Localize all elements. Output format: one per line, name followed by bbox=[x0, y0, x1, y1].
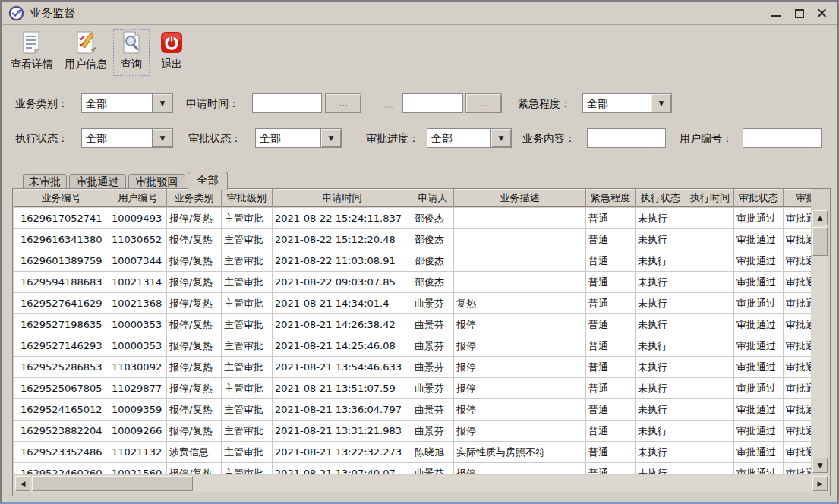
close-button[interactable]: ✕ bbox=[815, 7, 828, 20]
table-cell bbox=[686, 208, 734, 229]
chevron-down-icon[interactable]: ▼ bbox=[651, 94, 671, 112]
tab-all[interactable]: 全部 bbox=[188, 172, 228, 190]
toolbar-button-label: 查询 bbox=[121, 58, 142, 71]
user-id-input[interactable] bbox=[743, 128, 822, 148]
table-cell: 2021-08-22 11:03:08.91 bbox=[273, 250, 412, 272]
table-row[interactable]: 162960138975910007344报停/复热主管审批2021-08-22… bbox=[14, 250, 811, 272]
apply-time-from-input[interactable] bbox=[252, 93, 322, 113]
table-cell: 主管审批 bbox=[222, 378, 273, 399]
table-cell: 曲景芬 bbox=[412, 463, 454, 474]
table-cell bbox=[454, 229, 586, 250]
window-title: 业务监督 bbox=[30, 6, 75, 20]
table-cell: 主管审批 bbox=[222, 442, 273, 463]
business-content-input[interactable] bbox=[587, 128, 666, 148]
approve-status-select[interactable]: 全部 ▼ bbox=[255, 128, 342, 148]
table-cell: 报停 bbox=[454, 463, 586, 474]
minimize-button[interactable] bbox=[770, 7, 783, 20]
column-header-2[interactable]: 用户编号 bbox=[109, 189, 167, 207]
scroll-up-button[interactable]: ▲ bbox=[812, 210, 828, 225]
query-button[interactable]: 查询 bbox=[113, 29, 150, 76]
table-row[interactable]: 162961705274110009493报停/复热主管审批2021-08-22… bbox=[14, 208, 811, 229]
column-header-4[interactable]: 审批级别 bbox=[222, 189, 273, 207]
table-cell bbox=[686, 378, 734, 399]
tab-unapproved[interactable]: 未审批 bbox=[23, 174, 67, 188]
apply-time-to-browse-button[interactable]: … bbox=[465, 93, 502, 113]
column-header-5[interactable]: 申请时间 bbox=[273, 189, 412, 207]
maximize-button[interactable] bbox=[793, 7, 806, 20]
view-details-button[interactable]: 查看详情 bbox=[5, 29, 59, 76]
scroll-down-button[interactable]: ▼ bbox=[812, 458, 828, 473]
apply-time-from-browse-button[interactable]: … bbox=[325, 93, 361, 113]
table-cell: 邵俊杰 bbox=[412, 208, 454, 229]
table-cell: 11030092 bbox=[109, 357, 167, 378]
approve-progress-label: 审批进度： bbox=[366, 132, 419, 146]
table-cell: 主管审批 bbox=[222, 357, 273, 378]
chevron-down-icon[interactable]: ▼ bbox=[490, 129, 511, 147]
column-header-10[interactable]: 执行时间 bbox=[686, 189, 734, 207]
table-row[interactable]: 162952719863510000353报停/复热主管审批2021-08-21… bbox=[14, 314, 811, 335]
titlebar: 业务监督 ✕ bbox=[2, 2, 837, 25]
vertical-scrollbar[interactable]: ▲ ▼ bbox=[812, 209, 828, 474]
table-cell: 普通 bbox=[586, 378, 636, 399]
table-row[interactable]: 162952714629310000353报停/复热主管审批2021-08-21… bbox=[14, 335, 811, 357]
table-cell: 1629617052741 bbox=[14, 208, 109, 229]
table-cell: 普通 bbox=[586, 272, 636, 293]
scroll-left-button[interactable]: ◀ bbox=[15, 476, 30, 491]
column-header-9[interactable]: 执行状态 bbox=[636, 189, 686, 207]
exec-status-select[interactable]: 全部 ▼ bbox=[81, 128, 173, 148]
table-cell: 2021-08-21 13:51:07.59 bbox=[273, 378, 412, 399]
selected-value: 全部 bbox=[82, 94, 152, 112]
table-cell: 审批通过 bbox=[784, 421, 811, 442]
column-header-7[interactable]: 业务描述 bbox=[454, 189, 586, 207]
urgency-select[interactable]: 全部 ▼ bbox=[582, 93, 672, 113]
scroll-right-button[interactable]: ▶ bbox=[812, 476, 828, 491]
toolbar-button-label: 用户信息 bbox=[65, 58, 107, 71]
horizontal-scroll-thumb[interactable] bbox=[32, 476, 193, 491]
approve-progress-select[interactable]: 全部 ▼ bbox=[427, 128, 512, 148]
table-cell: 审批通过 bbox=[734, 314, 784, 335]
table-cell: 普通 bbox=[586, 357, 636, 378]
horizontal-scrollbar[interactable]: ◀ ▶ bbox=[14, 475, 829, 492]
table-row[interactable]: 162952528685311030092报停/复热主管审批2021-08-21… bbox=[14, 357, 811, 378]
table-cell bbox=[454, 250, 586, 272]
table-row[interactable]: 162952335248611021132涉费信息主管审批2021-08-21 … bbox=[14, 442, 811, 463]
user-info-edit-icon bbox=[73, 30, 99, 55]
table-row[interactable]: 162952246026010021560报停/复热主管审批2021-08-21… bbox=[14, 463, 811, 474]
user-info-button[interactable]: 用户信息 bbox=[61, 29, 111, 76]
chevron-down-icon[interactable]: ▼ bbox=[320, 129, 341, 147]
table-cell: 普通 bbox=[586, 293, 636, 314]
column-header-1[interactable]: 业务编号 bbox=[14, 189, 109, 207]
table-cell: 曲景芬 bbox=[412, 378, 454, 399]
business-category-label: 业务类别： bbox=[15, 97, 68, 111]
column-header-12[interactable]: 审批 bbox=[784, 189, 811, 207]
table-row[interactable]: 162952764162910021368报停/复热主管审批2021-08-21… bbox=[14, 293, 811, 314]
business-category-select[interactable]: 全部 ▼ bbox=[81, 93, 173, 113]
table-cell: 报停 bbox=[454, 314, 586, 335]
chevron-down-icon[interactable]: ▼ bbox=[152, 94, 172, 112]
table-row[interactable]: 162952416501210009359报停/复热主管审批2021-08-21… bbox=[14, 399, 811, 421]
table-cell: 报停/复热 bbox=[167, 250, 222, 272]
table-cell bbox=[454, 272, 586, 293]
table-cell bbox=[686, 314, 734, 335]
column-header-3[interactable]: 业务类别 bbox=[167, 189, 222, 207]
apply-time-to-input[interactable] bbox=[402, 93, 463, 113]
exit-button[interactable]: 退出 bbox=[153, 29, 190, 76]
result-table-panel: 业务编号用户编号业务类别审批级别申请时间申请人业务描述紧急程度执行状态执行时间审… bbox=[12, 188, 831, 496]
column-header-8[interactable]: 紧急程度 bbox=[586, 189, 636, 207]
table-cell bbox=[686, 463, 734, 474]
vertical-scroll-thumb[interactable] bbox=[812, 227, 828, 256]
apply-time-label: 申请时间： bbox=[186, 97, 239, 111]
table-cell: 涉费信息 bbox=[167, 442, 222, 463]
exec-status-label: 执行状态： bbox=[15, 132, 68, 146]
chevron-down-icon[interactable]: ▼ bbox=[152, 129, 172, 147]
table-row[interactable]: 162952388220410009266报停/复热主管审批2021-08-21… bbox=[14, 421, 811, 442]
tab-rejected[interactable]: 审批驳回 bbox=[128, 174, 185, 188]
table-row[interactable]: 162952506780511029877报停/复热主管审批2021-08-21… bbox=[14, 378, 811, 399]
table-cell: 2021-08-21 14:25:46.08 bbox=[273, 335, 412, 357]
column-header-6[interactable]: 申请人 bbox=[412, 189, 454, 207]
column-header-11[interactable]: 审批状态 bbox=[734, 189, 784, 207]
table-cell: 未执行 bbox=[636, 335, 686, 357]
tab-approved[interactable]: 审批通过 bbox=[69, 174, 126, 188]
table-row[interactable]: 162961634138011030652报停/复热主管审批2021-08-22… bbox=[14, 229, 811, 250]
table-row[interactable]: 162959418868310021314报停/复热主管审批2021-08-22… bbox=[14, 272, 811, 293]
